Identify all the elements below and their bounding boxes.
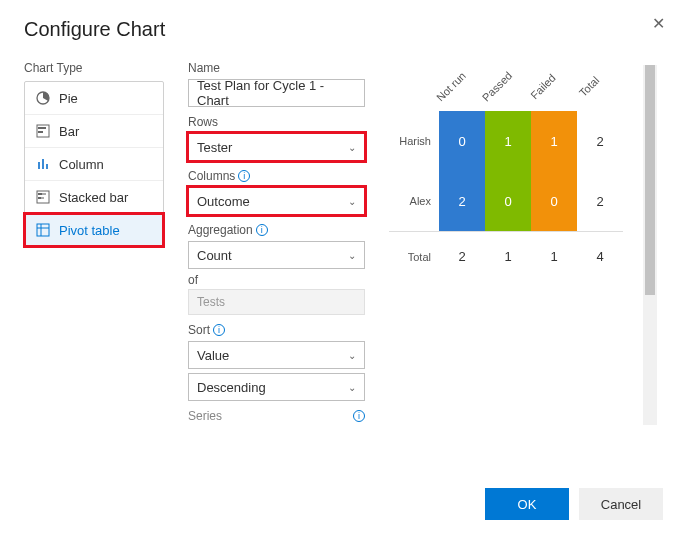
svg-rect-11: [41, 197, 44, 199]
chart-type-pie[interactable]: Pie: [25, 82, 163, 115]
info-icon[interactable]: i: [256, 224, 268, 236]
chevron-down-icon: ⌄: [348, 382, 356, 393]
pie-icon: [35, 90, 51, 106]
pivot-cell: 0: [485, 171, 531, 231]
pivot-cell-total: 2: [577, 111, 623, 171]
preview-scrollbar[interactable]: [643, 65, 657, 425]
chart-type-label: Chart Type: [24, 61, 164, 75]
pivot-cell: 2: [439, 171, 485, 231]
sort-by-select[interactable]: Value ⌄: [188, 341, 365, 369]
pivot-col-header: Total: [569, 66, 610, 107]
info-icon[interactable]: i: [213, 324, 225, 336]
columns-label: Columns i: [188, 169, 365, 183]
svg-rect-9: [42, 193, 46, 195]
pivot-cell: 0: [531, 171, 577, 231]
pivot-total-cell: 1: [531, 249, 577, 264]
chart-type-stacked-bar[interactable]: Stacked bar: [25, 181, 163, 214]
chevron-down-icon: ⌄: [348, 250, 356, 261]
info-icon[interactable]: i: [353, 410, 365, 422]
aggregation-label: Aggregation i: [188, 223, 365, 237]
pivot-col-header: Failed: [523, 66, 564, 107]
svg-rect-2: [38, 127, 46, 129]
svg-rect-5: [42, 159, 44, 169]
pivot-column-headers: Not run Passed Failed Total: [439, 91, 623, 103]
columns-select[interactable]: Outcome ⌄: [188, 187, 365, 215]
pivot-body: Harish 0 1 1 2 Alex 2 0 0 2: [389, 111, 623, 281]
chart-type-item-label: Column: [59, 157, 104, 172]
pivot-total-row: Total 2 1 1 4: [389, 231, 623, 281]
svg-rect-4: [38, 162, 40, 169]
dialog-title: Configure Chart: [24, 18, 659, 41]
chart-preview: Not run Passed Failed Total Harish 0 1 1…: [379, 61, 659, 441]
pivot-col-header: Passed: [477, 66, 518, 107]
chart-type-item-label: Bar: [59, 124, 79, 139]
pivot-row-label: Harish: [389, 135, 439, 147]
bar-icon: [35, 123, 51, 139]
ok-button[interactable]: OK: [485, 488, 569, 520]
svg-rect-8: [38, 193, 42, 195]
name-input[interactable]: Test Plan for Cycle 1 - Chart: [188, 79, 365, 107]
pivot-cell-total: 2: [577, 171, 623, 231]
sort-label: Sort i: [188, 323, 365, 337]
of-value: Tests: [188, 289, 365, 315]
svg-rect-12: [37, 224, 49, 236]
chevron-down-icon: ⌄: [348, 196, 356, 207]
pivot-total-cell: 1: [485, 249, 531, 264]
svg-rect-3: [38, 131, 43, 133]
chart-type-item-label: Pie: [59, 91, 78, 106]
chevron-down-icon: ⌄: [348, 142, 356, 153]
preview-scroll-thumb[interactable]: [645, 65, 655, 295]
chart-type-column[interactable]: Column: [25, 148, 163, 181]
chart-type-bar[interactable]: Bar: [25, 115, 163, 148]
svg-rect-10: [38, 197, 41, 199]
svg-rect-6: [46, 164, 48, 169]
info-icon[interactable]: i: [238, 170, 250, 182]
chart-type-list: Pie Bar Column: [24, 81, 164, 247]
aggregation-select[interactable]: Count ⌄: [188, 241, 365, 269]
close-icon[interactable]: ✕: [652, 14, 665, 33]
pivot-table-icon: [35, 222, 51, 238]
chart-type-item-label: Stacked bar: [59, 190, 128, 205]
stacked-bar-icon: [35, 189, 51, 205]
chart-type-item-label: Pivot table: [59, 223, 120, 238]
rows-select[interactable]: Tester ⌄: [188, 133, 365, 161]
chart-type-panel: Chart Type Pie Bar: [24, 61, 164, 441]
pivot-total-label: Total: [389, 251, 439, 263]
pivot-cell: 0: [439, 111, 485, 171]
pivot-row: Alex 2 0 0 2: [389, 171, 623, 231]
series-label-row: Series i: [188, 409, 365, 423]
pivot-total-cell: 4: [577, 249, 623, 264]
chevron-down-icon: ⌄: [348, 350, 356, 361]
pivot-total-cell: 2: [439, 249, 485, 264]
cancel-button[interactable]: Cancel: [579, 488, 663, 520]
pivot-cell: 1: [485, 111, 531, 171]
pivot-cell: 1: [531, 111, 577, 171]
chart-settings-form: Name Test Plan for Cycle 1 - Chart Rows …: [164, 61, 379, 441]
pivot-col-header: Not run: [431, 66, 472, 107]
sort-dir-select[interactable]: Descending ⌄: [188, 373, 365, 401]
dialog-footer: OK Cancel: [485, 488, 663, 520]
name-label: Name: [188, 61, 365, 75]
of-label: of: [188, 273, 365, 287]
pivot-row-label: Alex: [389, 195, 439, 207]
column-icon: [35, 156, 51, 172]
pivot-row: Harish 0 1 1 2: [389, 111, 623, 171]
configure-chart-dialog: ✕ Configure Chart Chart Type Pie Bar: [0, 0, 683, 536]
rows-label: Rows: [188, 115, 365, 129]
chart-type-pivot-table[interactable]: Pivot table: [25, 214, 163, 246]
